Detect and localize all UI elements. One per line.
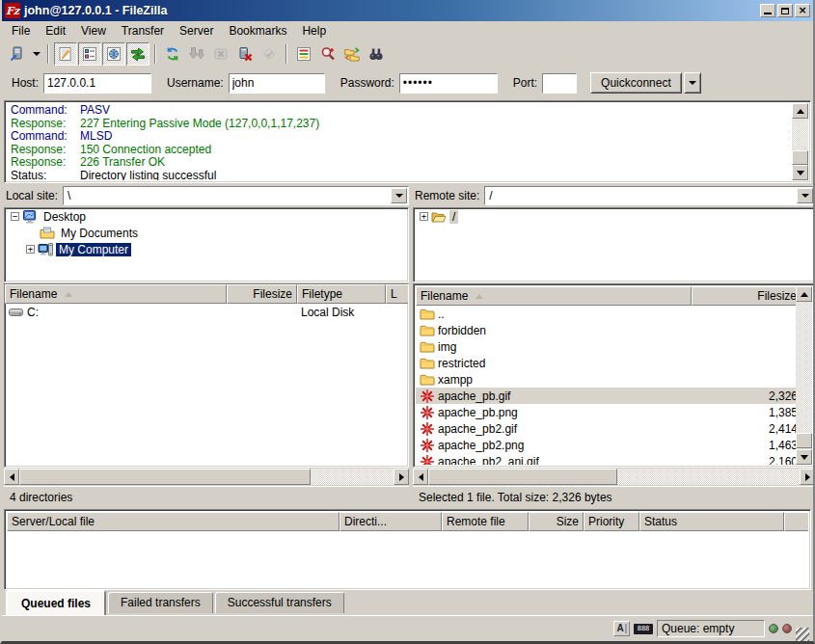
scroll-down-button[interactable] [796, 449, 812, 465]
username-input[interactable] [229, 73, 325, 94]
remote-site-combobox[interactable]: / [484, 186, 815, 205]
scroll-left-button[interactable] [4, 469, 19, 485]
remote-file-row[interactable]: apache_pb.png1,385 [416, 404, 796, 420]
column-header-l[interactable]: L [386, 284, 409, 304]
local-tree-item-my-computer[interactable]: +My Computer [5, 241, 408, 257]
password-input[interactable] [399, 73, 498, 94]
local-list-hscrollbar[interactable] [4, 469, 409, 485]
column-header-directi-[interactable]: Directi... [340, 512, 442, 531]
tab-successful-transfers[interactable]: Successful transfers [215, 592, 344, 613]
minimize-button[interactable] [760, 4, 775, 17]
column-header-filesize[interactable]: Filesize [692, 286, 796, 306]
toggle-message-log-button[interactable] [54, 42, 77, 66]
local-site-combobox[interactable]: \ [63, 186, 409, 205]
remote-file-row[interactable]: xampp [416, 371, 796, 388]
resize-grip[interactable] [796, 628, 809, 641]
column-header-filename[interactable]: Filename [416, 286, 692, 306]
filesize-cell: 2,414 [692, 422, 796, 436]
close-button[interactable]: × [795, 4, 810, 17]
menu-transfer[interactable]: Transfer [114, 22, 172, 40]
remote-list-hscrollbar[interactable] [413, 469, 815, 485]
maximize-button[interactable] [777, 4, 793, 17]
column-header-filetype[interactable]: Filetype [297, 284, 386, 304]
scroll-right-button[interactable] [800, 469, 815, 485]
column-header-priority[interactable]: Priority [584, 512, 639, 531]
remote-file-row[interactable]: apache_pb2_ani.gif2,160 [416, 453, 796, 465]
tab-queued-files[interactable]: Queued files [6, 590, 106, 615]
menu-view[interactable]: View [73, 22, 114, 40]
remote-list-scrollbar[interactable] [796, 286, 812, 465]
filename-cell: apache_pb.gif [416, 389, 692, 404]
scroll-thumb[interactable] [796, 433, 812, 448]
scroll-thumb[interactable] [428, 469, 617, 485]
local-tree-item-desktop[interactable]: −Desktop [5, 208, 408, 225]
quickconnect-dropdown-button[interactable] [684, 72, 701, 94]
toggle-local-tree-button[interactable] [78, 42, 101, 66]
reconnect-button[interactable] [258, 42, 281, 66]
menu-edit[interactable]: Edit [38, 22, 73, 40]
image-file-icon [420, 421, 435, 437]
local-tree-item-my-documents[interactable]: My Documents [5, 225, 408, 241]
remote-file-row[interactable]: apache_pb.gif2,326 [416, 388, 796, 404]
scroll-thumb[interactable] [792, 150, 808, 165]
remote-file-row[interactable]: img [416, 338, 796, 355]
column-header-size[interactable]: Size [529, 512, 584, 531]
synchronized-browsing-button[interactable] [340, 42, 364, 66]
filter-button[interactable] [292, 42, 315, 66]
process-queue-button[interactable] [185, 42, 208, 66]
column-header-remote-file[interactable]: Remote file [442, 512, 529, 531]
image-file-icon [420, 405, 435, 420]
menu-file[interactable]: File [4, 22, 38, 40]
toggle-remote-tree-button[interactable] [102, 42, 125, 66]
scroll-up-button[interactable] [796, 286, 812, 302]
expand-icon[interactable]: + [26, 245, 35, 254]
menu-bookmarks[interactable]: Bookmarks [221, 22, 294, 40]
column-header-server-local-file[interactable]: Server/Local file [7, 512, 340, 531]
cancel-button[interactable] [209, 42, 232, 66]
column-header-filename[interactable]: Filename [5, 284, 227, 304]
menu-server[interactable]: Server [172, 22, 221, 40]
column-header-filesize[interactable]: Filesize [227, 284, 297, 304]
host-input[interactable] [43, 73, 151, 94]
collapse-icon[interactable]: − [11, 212, 19, 221]
refresh-button[interactable] [161, 42, 184, 66]
tab-failed-transfers[interactable]: Failed transfers [108, 592, 213, 613]
toggle-transfer-queue-button[interactable] [126, 42, 149, 66]
remote-file-row[interactable]: .. [416, 306, 796, 322]
directory-comparison-button[interactable] [365, 42, 388, 66]
titlebar[interactable]: Fz john@127.0.0.1 - FileZilla × [2, 0, 813, 21]
remote-tree-item--[interactable]: +/ [414, 208, 814, 225]
site-manager-dropdown-button[interactable] [30, 42, 42, 66]
scroll-left-button[interactable] [413, 469, 428, 485]
remote-site-dropdown-button[interactable] [797, 188, 813, 203]
remote-file-row[interactable]: apache_pb2.gif2,414 [416, 420, 796, 437]
scroll-right-button[interactable] [394, 469, 409, 485]
remote-file-row[interactable]: forbidden [416, 322, 796, 338]
message-log-scrollbar[interactable] [792, 103, 808, 180]
file-search-button[interactable] [316, 42, 340, 66]
transfer-type-ascii-icon[interactable]: A [613, 621, 630, 636]
quickconnect-button[interactable]: Quickconnect [590, 72, 682, 94]
port-input[interactable] [542, 73, 577, 94]
remote-file-row[interactable]: apache_pb2.png1,463 [416, 437, 796, 453]
menu-help[interactable]: Help [294, 22, 334, 40]
site-manager-button[interactable] [6, 42, 29, 66]
toggle-message-log-icon [58, 46, 73, 62]
chevron-down-icon [689, 81, 696, 85]
local-site-dropdown-button[interactable] [391, 188, 407, 203]
remote-file-row[interactable]: restricted [416, 355, 796, 371]
scroll-up-button[interactable] [792, 103, 808, 119]
column-header-status[interactable]: Status [639, 512, 784, 531]
column-header-label: Filesize [253, 287, 292, 301]
column-header-empty[interactable] [784, 512, 808, 531]
scroll-down-button[interactable] [792, 165, 808, 180]
chevron-down-icon [801, 194, 809, 198]
expand-icon[interactable]: + [420, 212, 428, 221]
speed-limits-icon[interactable]: 888 [634, 624, 653, 634]
log-line-label: Status: [7, 170, 80, 181]
host-label: Host: [12, 76, 39, 90]
disconnect-button[interactable] [233, 42, 257, 66]
scroll-thumb[interactable] [19, 469, 311, 485]
log-line-text: 226 Transfer OK [80, 156, 165, 170]
local-file-row[interactable]: C:Local Disk [5, 304, 408, 320]
